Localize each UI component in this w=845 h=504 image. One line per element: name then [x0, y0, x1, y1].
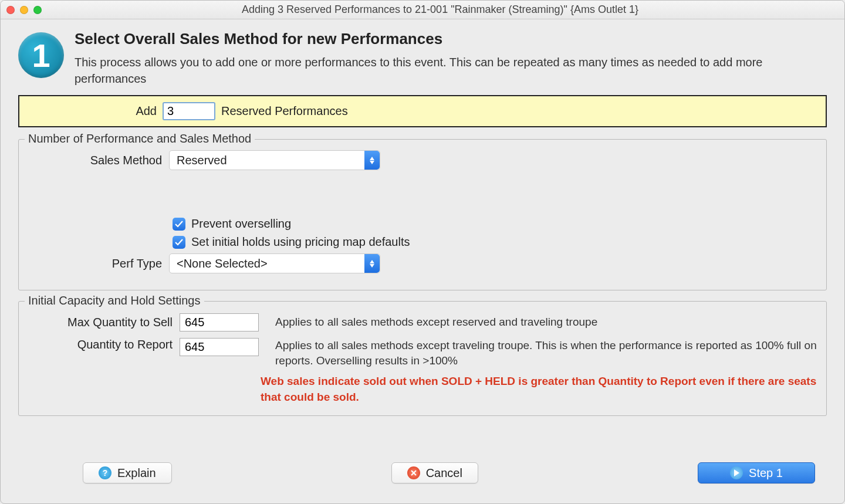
explain-button[interactable]: ? Explain — [83, 462, 172, 483]
add-label: Add — [28, 104, 157, 118]
wizard-header: 1 Select Overall Sales Method for new Pe… — [18, 30, 827, 87]
svg-marker-0 — [370, 157, 374, 160]
page-title: Select Overall Sales Method for new Perf… — [75, 30, 827, 48]
sales-method-legend: Number of Performance and Sales Method — [25, 132, 255, 146]
page-description: This process allows you to add one or mo… — [75, 54, 827, 87]
titlebar: Adding 3 Reserved Performances to 21-001… — [1, 1, 844, 19]
set-initial-holds-row: Set initial holds using pricing map defa… — [173, 235, 818, 249]
max-qty-label: Max Quantity to Sell — [38, 316, 173, 329]
window-controls — [6, 6, 42, 14]
set-initial-holds-label: Set initial holds using pricing map defa… — [191, 235, 410, 249]
sales-method-select[interactable]: Reserved — [169, 150, 380, 170]
cancel-button[interactable]: Cancel — [391, 462, 478, 483]
svg-marker-2 — [370, 260, 374, 263]
step-badge: 1 — [18, 32, 64, 78]
perf-type-value: <None Selected> — [177, 257, 268, 270]
performance-count-input[interactable] — [163, 102, 215, 120]
svg-marker-6 — [734, 469, 739, 476]
max-qty-input[interactable] — [180, 313, 259, 332]
prevent-overselling-label: Prevent overselling — [191, 217, 291, 231]
sales-method-fieldset: Number of Performance and Sales Method S… — [18, 139, 827, 290]
minimize-window-button[interactable] — [20, 6, 28, 14]
step1-button[interactable]: Step 1 — [698, 462, 815, 483]
step1-label: Step 1 — [749, 466, 783, 480]
window-title: Adding 3 Reserved Performances to 21-001… — [42, 4, 839, 16]
report-qty-description: Applies to all sales methods except trav… — [275, 338, 818, 368]
sales-method-value: Reserved — [177, 154, 227, 167]
add-count-bar: Add Reserved Performances — [18, 95, 827, 127]
cancel-icon — [407, 466, 420, 479]
explain-label: Explain — [117, 466, 156, 480]
chevron-updown-icon — [364, 254, 380, 273]
play-icon — [730, 466, 743, 479]
zoom-window-button[interactable] — [33, 6, 42, 14]
button-bar: ? Explain Cancel Step 1 — [18, 462, 827, 498]
report-qty-input[interactable] — [180, 338, 259, 356]
capacity-legend: Initial Capacity and Hold Settings — [25, 294, 204, 307]
add-suffix: Reserved Performances — [221, 104, 348, 118]
chevron-updown-icon — [364, 151, 380, 170]
report-qty-label: Quantity to Report — [38, 338, 173, 351]
close-window-button[interactable] — [6, 6, 15, 14]
content-area: 1 Select Overall Sales Method for new Pe… — [1, 19, 844, 503]
header-text: Select Overall Sales Method for new Perf… — [75, 30, 827, 87]
perf-type-select[interactable]: <None Selected> — [169, 253, 380, 273]
capacity-fieldset: Initial Capacity and Hold Settings Max Q… — [18, 301, 827, 416]
max-qty-description: Applies to all sales methods except rese… — [275, 314, 818, 330]
perf-type-label: Perf Type — [27, 257, 162, 270]
wizard-window: Adding 3 Reserved Performances to 21-001… — [0, 0, 845, 504]
cancel-label: Cancel — [426, 466, 462, 480]
sales-method-label: Sales Method — [27, 154, 162, 167]
svg-marker-3 — [370, 264, 374, 268]
prevent-overselling-checkbox[interactable] — [173, 218, 185, 231]
prevent-overselling-row: Prevent overselling — [173, 217, 818, 231]
set-initial-holds-checkbox[interactable] — [173, 236, 185, 249]
svg-marker-1 — [370, 161, 374, 164]
help-icon: ? — [99, 466, 111, 479]
sold-out-warning: Web sales indicate sold out when SOLD + … — [261, 374, 818, 405]
